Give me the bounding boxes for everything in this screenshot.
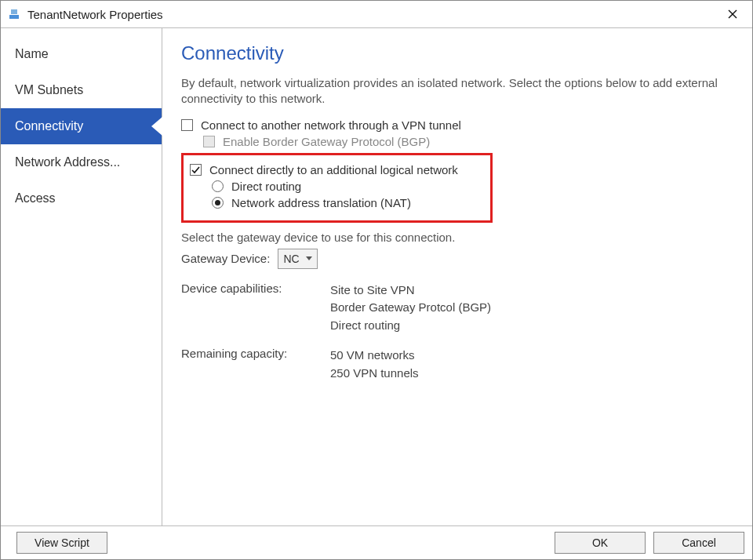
highlighted-group: Connect directly to an additional logica… (181, 153, 493, 223)
sidebar-item-connectivity[interactable]: Connectivity (1, 108, 162, 144)
page-title: Connectivity (181, 42, 733, 64)
window-title: TenantNetwork Properties (27, 8, 719, 21)
footer: View Script OK Cancel (1, 525, 752, 559)
nat-label: Network address translation (NAT) (231, 196, 411, 209)
gateway-label: Gateway Device: (181, 252, 270, 265)
direct-checkbox[interactable] (190, 164, 202, 176)
button-label: OK (592, 536, 608, 549)
dialog-body: Name VM Subnets Connectivity Network Add… (1, 28, 752, 525)
sidebar-item-label: VM Subnets (15, 83, 83, 96)
nat-radio[interactable] (212, 197, 224, 209)
remaining-capacity-values: 50 VM networks 250 VPN tunnels (330, 347, 419, 382)
properties-dialog: TenantNetwork Properties Name VM Subnets… (0, 0, 753, 560)
sidebar: Name VM Subnets Connectivity Network Add… (1, 28, 162, 525)
sidebar-item-access[interactable]: Access (1, 180, 162, 216)
view-script-button[interactable]: View Script (16, 532, 107, 554)
direct-routing-row: Direct routing (212, 180, 484, 193)
cap-value: Direct routing (330, 317, 491, 335)
direct-option-row: Connect directly to an additional logica… (190, 163, 484, 176)
gateway-device-value: NC (283, 253, 299, 265)
gateway-device-select[interactable]: NC (278, 249, 317, 269)
titlebar: TenantNetwork Properties (1, 1, 752, 28)
svg-rect-0 (9, 15, 19, 19)
sidebar-item-name[interactable]: Name (1, 36, 162, 72)
sidebar-item-network-address[interactable]: Network Address... (1, 144, 162, 180)
bgp-label: Enable Border Gateway Protocol (BGP) (223, 135, 430, 148)
direct-label: Connect directly to an additional logica… (209, 163, 458, 176)
button-label: Cancel (682, 536, 716, 549)
direct-routing-radio[interactable] (212, 180, 224, 192)
vpn-label: Connect to another network through a VPN… (201, 118, 461, 132)
intro-text: By default, network virtualization provi… (181, 75, 733, 107)
gateway-prompt: Select the gateway device to use for thi… (181, 231, 733, 244)
sidebar-item-label: Network Address... (15, 155, 120, 169)
chevron-down-icon (306, 256, 312, 260)
close-icon (728, 9, 737, 19)
remaining-value: 250 VPN tunnels (330, 365, 419, 383)
app-icon (7, 7, 21, 21)
remaining-capacity-label: Remaining capacity: (181, 347, 330, 382)
close-button[interactable] (719, 1, 746, 27)
cap-value: Site to Site VPN (330, 282, 491, 300)
sidebar-item-label: Name (15, 47, 49, 60)
svg-rect-1 (11, 9, 17, 14)
check-icon (191, 165, 200, 174)
sidebar-item-vm-subnets[interactable]: VM Subnets (1, 72, 162, 108)
remaining-value: 50 VM networks (330, 347, 419, 365)
remaining-capacity-row: Remaining capacity: 50 VM networks 250 V… (181, 347, 733, 382)
cancel-button[interactable]: Cancel (653, 532, 744, 554)
vpn-checkbox[interactable] (181, 119, 193, 131)
vpn-option-row: Connect to another network through a VPN… (181, 118, 733, 132)
sidebar-item-label: Access (15, 191, 56, 205)
direct-routing-label: Direct routing (231, 180, 301, 193)
ok-button[interactable]: OK (555, 532, 646, 554)
bgp-option-row: Enable Border Gateway Protocol (BGP) (203, 135, 733, 148)
main-panel: Connectivity By default, network virtual… (162, 28, 752, 525)
gateway-row: Gateway Device: NC (181, 249, 733, 269)
button-label: View Script (35, 536, 89, 549)
device-capabilities-label: Device capabilities: (181, 282, 330, 335)
nat-row: Network address translation (NAT) (212, 196, 484, 209)
sidebar-item-label: Connectivity (15, 119, 83, 133)
device-capabilities-row: Device capabilities: Site to Site VPN Bo… (181, 282, 733, 335)
cap-value: Border Gateway Protcol (BGP) (330, 299, 491, 317)
bgp-checkbox (203, 136, 215, 147)
device-capabilities-values: Site to Site VPN Border Gateway Protcol … (330, 282, 491, 335)
